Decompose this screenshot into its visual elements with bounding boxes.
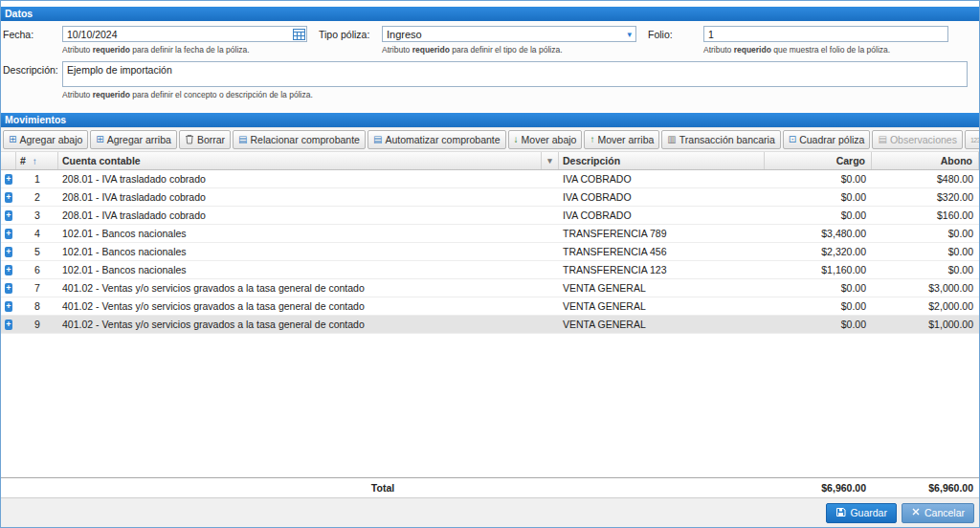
descripcion-cell[interactable]: IVA COBRADO bbox=[559, 188, 765, 206]
cuenta-cell[interactable]: 102.01 - Bancos nacionales bbox=[58, 243, 542, 260]
cuenta-cell[interactable]: 208.01 - IVA trasladado cobrado bbox=[58, 188, 542, 206]
mover-abajo-button[interactable]: ↓Mover abajo bbox=[508, 130, 583, 149]
tipo-poliza-value: Ingreso bbox=[387, 29, 422, 40]
row-number: 3 bbox=[16, 207, 58, 224]
balance-icon: ⊡ bbox=[789, 135, 796, 144]
cancelar-button[interactable]: Cancelar bbox=[902, 503, 974, 523]
table-row[interactable]: + 6 102.01 - Bancos nacionales TRANSFERE… bbox=[1, 261, 979, 279]
abono-cell[interactable]: $0.00 bbox=[872, 225, 979, 242]
expand-row-icon[interactable]: + bbox=[5, 229, 12, 239]
tipo-poliza-field-group: Tipo póliza: Ingreso ▾ Atributo requerid… bbox=[319, 26, 636, 55]
cuenta-cell[interactable]: 102.01 - Bancos nacionales bbox=[58, 225, 542, 242]
abono-cell[interactable]: $1,000.00 bbox=[872, 316, 979, 333]
cargo-cell[interactable]: $0.00 bbox=[765, 279, 872, 297]
abono-cell[interactable]: $2,000.00 bbox=[872, 297, 979, 315]
fecha-field-group: Fecha: Atributo requerido para definir l… bbox=[3, 26, 307, 55]
row-number: 2 bbox=[16, 188, 58, 206]
expand-row-icon[interactable]: + bbox=[5, 301, 12, 312]
expand-row-icon[interactable]: + bbox=[5, 192, 12, 203]
expand-row-icon[interactable]: + bbox=[5, 174, 12, 185]
row-number: 7 bbox=[16, 279, 58, 297]
abono-cell[interactable]: $0.00 bbox=[872, 261, 979, 278]
footer-bar: Guardar Cancelar bbox=[1, 497, 979, 527]
descripcion-cell[interactable]: TRANSFERENCIA 789 bbox=[559, 225, 765, 242]
abono-cell[interactable]: $160.00 bbox=[872, 207, 979, 224]
abono-cell[interactable]: $480.00 bbox=[872, 170, 979, 187]
calendar-icon[interactable] bbox=[293, 28, 305, 42]
cargo-cell[interactable]: $0.00 bbox=[765, 188, 872, 206]
cuenta-cell[interactable]: 208.01 - IVA trasladado cobrado bbox=[58, 170, 542, 187]
cargo-cell[interactable]: $0.00 bbox=[765, 170, 872, 187]
bank-icon: ▥ bbox=[667, 135, 676, 144]
movimientos-section-header: Movimientos bbox=[1, 113, 979, 127]
cuenta-cell[interactable]: 102.01 - Bancos nacionales bbox=[58, 261, 542, 278]
expand-row-icon[interactable]: + bbox=[5, 283, 12, 294]
expand-row-icon[interactable]: + bbox=[5, 265, 12, 275]
cargo-cell[interactable]: $0.00 bbox=[765, 207, 872, 224]
borrar-button[interactable]: Borrar bbox=[179, 130, 231, 149]
cuenta-column-header[interactable]: Cuenta contable bbox=[58, 152, 542, 169]
arrow-up-icon: ↑ bbox=[590, 135, 594, 144]
expand-row-icon[interactable]: + bbox=[5, 210, 12, 221]
cuadrar-poliza-button[interactable]: ⊡Cuadrar póliza bbox=[783, 130, 871, 149]
total-cargo: $6,960.00 bbox=[765, 482, 872, 494]
cuenta-cell[interactable]: 401.02 - Ventas y/o servicios gravados a… bbox=[58, 297, 542, 315]
cargo-cell[interactable]: $2,320.00 bbox=[765, 243, 872, 260]
agregar-abajo-button[interactable]: ⊞Agregar abajo bbox=[3, 130, 88, 149]
descripcion-cell[interactable]: IVA COBRADO bbox=[559, 207, 765, 224]
descripcion-column-header[interactable]: Descripción bbox=[559, 152, 765, 169]
datos-section-header: Datos bbox=[1, 7, 979, 21]
cuenta-cell[interactable]: 208.01 - IVA trasladado cobrado bbox=[58, 207, 542, 224]
descripcion-cell[interactable]: TRANSFERENCIA 123 bbox=[559, 261, 765, 278]
table-add-icon: ⊞ bbox=[96, 135, 103, 144]
expand-row-icon[interactable]: + bbox=[5, 247, 12, 257]
table-row[interactable]: + 5 102.01 - Bancos nacionales TRANSFERE… bbox=[1, 243, 979, 261]
num-column-header[interactable]: #↑ bbox=[16, 152, 58, 169]
mover-arriba-button[interactable]: ↑Mover arriba bbox=[584, 130, 659, 149]
row-number: 4 bbox=[16, 225, 58, 242]
folio-input[interactable] bbox=[703, 26, 948, 42]
relacionar-comprobante-button[interactable]: ▤Relacionar comprobante bbox=[233, 130, 366, 149]
table-row-selected[interactable]: + 9 401.02 - Ventas y/o servicios gravad… bbox=[1, 316, 979, 334]
table-row[interactable]: + 4 102.01 - Bancos nacionales TRANSFERE… bbox=[1, 225, 979, 243]
cargo-cell[interactable]: $0.00 bbox=[765, 316, 872, 333]
abono-cell[interactable]: $320.00 bbox=[872, 188, 979, 206]
abono-cell[interactable]: $3,000.00 bbox=[872, 279, 979, 297]
descripcion-cell[interactable]: TRANSFERENCIA 456 bbox=[559, 243, 765, 260]
abono-cell[interactable]: $0.00 bbox=[872, 243, 979, 260]
cuenta-cell[interactable]: 401.02 - Ventas y/o servicios gravados a… bbox=[58, 279, 542, 297]
table-row[interactable]: + 3 208.01 - IVA trasladado cobrado IVA … bbox=[1, 207, 979, 225]
descripcion-cell[interactable]: VENTA GENERAL bbox=[559, 279, 765, 297]
cargo-column-header[interactable]: Cargo bbox=[765, 152, 872, 169]
row-number: 1 bbox=[16, 170, 58, 187]
column-filter-chevron-icon[interactable]: ▾ bbox=[542, 152, 559, 169]
cargo-cell[interactable]: $3,480.00 bbox=[765, 225, 872, 242]
descripcion-cell[interactable]: IVA COBRADO bbox=[559, 170, 765, 187]
descripcion-textarea[interactable]: Ejemplo de importación bbox=[62, 61, 968, 87]
table-row[interactable]: + 7 401.02 - Ventas y/o servicios gravad… bbox=[1, 279, 979, 297]
row-number: 8 bbox=[16, 297, 58, 315]
fecha-input[interactable] bbox=[62, 26, 307, 42]
table-row[interactable]: + 8 401.02 - Ventas y/o servicios gravad… bbox=[1, 297, 979, 316]
movimientos-toolbar: ⊞Agregar abajo ⊞Agregar arriba Borrar ▤R… bbox=[1, 127, 979, 152]
table-empty-area bbox=[1, 334, 979, 477]
table-row[interactable]: + 1 208.01 - IVA trasladado cobrado IVA … bbox=[1, 170, 979, 188]
automatizar-comprobante-button[interactable]: ▤Automatizar comprobante bbox=[368, 130, 506, 149]
table-row[interactable]: + 2 208.01 - IVA trasladado cobrado IVA … bbox=[1, 188, 979, 207]
expand-row-icon[interactable]: + bbox=[5, 319, 12, 330]
guardar-button[interactable]: Guardar bbox=[826, 503, 897, 523]
descripcion-cell[interactable]: VENTA GENERAL bbox=[559, 297, 765, 315]
tipo-poliza-select[interactable]: Ingreso ▾ bbox=[382, 26, 636, 42]
descripcion-cell[interactable]: VENTA GENERAL bbox=[559, 316, 765, 333]
tipo-poliza-label: Tipo póliza: bbox=[319, 26, 382, 40]
row-number: 5 bbox=[16, 243, 58, 260]
agregar-arriba-button[interactable]: ⊞Agregar arriba bbox=[90, 130, 177, 149]
folio-hint: Atributo requerido que muestra el folio … bbox=[703, 45, 948, 55]
transaccion-bancaria-button[interactable]: ▥Transacción bancaria bbox=[661, 130, 780, 149]
chevron-down-icon: ▾ bbox=[627, 30, 632, 39]
abono-column-header[interactable]: Abono bbox=[872, 152, 979, 169]
arrow-down-icon: ↓ bbox=[514, 135, 519, 144]
cuenta-cell[interactable]: 401.02 - Ventas y/o servicios gravados a… bbox=[58, 316, 542, 333]
cargo-cell[interactable]: $0.00 bbox=[765, 297, 872, 315]
cargo-cell[interactable]: $1,160.00 bbox=[765, 261, 872, 278]
